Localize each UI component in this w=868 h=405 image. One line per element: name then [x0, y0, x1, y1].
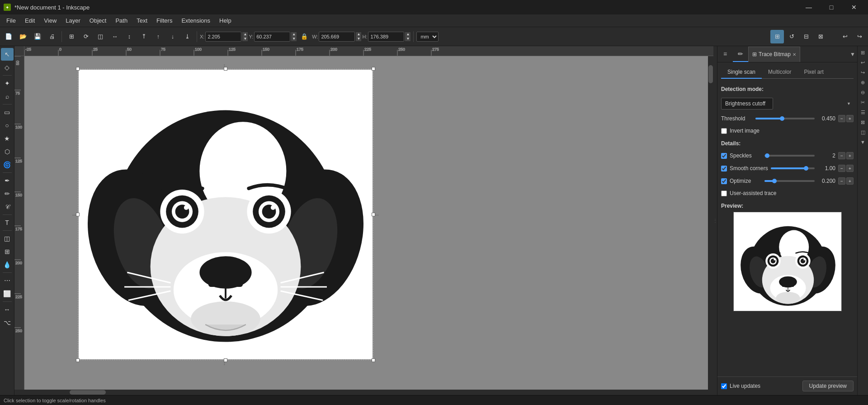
- connector-tool[interactable]: ⌥: [1, 316, 14, 329]
- y-input[interactable]: [254, 32, 290, 42]
- speckles-plus[interactable]: +: [846, 152, 854, 159]
- invert-checkbox[interactable]: [721, 128, 727, 134]
- threshold-thumb[interactable]: [780, 116, 784, 121]
- new-button[interactable]: 📄: [2, 30, 15, 43]
- maximize-button[interactable]: □: [821, 0, 842, 14]
- x-stepper[interactable]: ▲ ▼: [242, 32, 248, 41]
- transform-button[interactable]: ⟳: [79, 30, 93, 43]
- right-icon-5[interactable]: ⊖: [859, 88, 868, 97]
- scale-btn[interactable]: ⊟: [799, 30, 813, 43]
- circle-tool[interactable]: ○: [1, 119, 14, 132]
- raise-button[interactable]: ↑: [151, 30, 165, 43]
- flip-v-button[interactable]: ↕: [123, 30, 136, 43]
- spiral-tool[interactable]: 🌀: [1, 158, 14, 171]
- x-up[interactable]: ▲: [242, 32, 248, 37]
- smooth-corners-plus[interactable]: +: [846, 165, 854, 172]
- right-icon-4[interactable]: ⊕: [859, 78, 868, 87]
- speckles-label[interactable]: Speckles: [730, 152, 752, 159]
- y-stepper[interactable]: ▲ ▼: [291, 32, 297, 41]
- trace-bitmap-close[interactable]: ✕: [793, 52, 796, 57]
- menu-help[interactable]: Help: [215, 15, 236, 26]
- panel-icon-properties[interactable]: ✏: [733, 47, 748, 62]
- unit-select[interactable]: mm px cm in: [416, 32, 439, 42]
- live-updates-label[interactable]: Live updates: [730, 383, 760, 389]
- w-stepper[interactable]: ▲ ▼: [356, 32, 361, 41]
- text-tool[interactable]: T: [1, 216, 14, 229]
- x-input[interactable]: [205, 32, 241, 42]
- right-icon-9[interactable]: ◫: [859, 128, 868, 137]
- optimize-plus[interactable]: +: [846, 177, 854, 185]
- w-up[interactable]: ▲: [356, 32, 361, 37]
- move-btn[interactable]: ⊠: [814, 30, 827, 43]
- w-down[interactable]: ▼: [356, 37, 361, 41]
- menu-edit[interactable]: Edit: [20, 15, 39, 26]
- right-icon-8[interactable]: ⊠: [859, 118, 868, 127]
- measure-tool[interactable]: ↔: [1, 303, 14, 316]
- right-icon-7[interactable]: ☰: [859, 108, 868, 117]
- window-controls[interactable]: — □ ✕: [798, 0, 864, 14]
- gradient-tool[interactable]: ◫: [1, 232, 14, 245]
- tweak-tool[interactable]: ✦: [1, 77, 14, 90]
- single-scan-tab[interactable]: Single scan: [721, 66, 762, 79]
- speckles-thumb[interactable]: [765, 153, 769, 158]
- close-button[interactable]: ✕: [844, 0, 864, 14]
- pixel-art-tab[interactable]: Pixel art: [797, 66, 830, 79]
- to-bottom-button[interactable]: ⤓: [180, 30, 194, 43]
- select-tool-btn[interactable]: ⊞: [770, 30, 784, 43]
- vscroll-thumb[interactable]: [708, 65, 713, 83]
- live-updates-checkbox[interactable]: [721, 383, 727, 389]
- detection-select[interactable]: Brightness cutoff Edge detection Color q…: [721, 98, 773, 110]
- optimize-checkbox[interactable]: [721, 178, 727, 184]
- speckles-minus[interactable]: −: [838, 152, 845, 159]
- trace-bitmap-tab[interactable]: ⊞ Trace Bitmap ✕: [748, 47, 800, 62]
- panel-dropdown[interactable]: ▼: [848, 47, 857, 62]
- menu-view[interactable]: View: [39, 15, 61, 26]
- vertical-scrollbar[interactable]: [708, 56, 713, 390]
- w-input[interactable]: [319, 32, 355, 42]
- menu-layer[interactable]: Layer: [61, 15, 85, 26]
- optimize-thumb[interactable]: [772, 179, 777, 183]
- rect-tool[interactable]: ▭: [1, 106, 14, 119]
- lock-aspect-button[interactable]: 🔒: [297, 30, 311, 43]
- user-assisted-checkbox[interactable]: [721, 191, 727, 196]
- eraser-tool[interactable]: ⬜: [1, 287, 14, 300]
- threshold-slider[interactable]: [755, 118, 815, 119]
- threshold-plus[interactable]: +: [846, 115, 854, 122]
- canvas[interactable]: ↕ ↕ ↔ ↔: [24, 56, 708, 390]
- update-preview-button[interactable]: Update preview: [802, 381, 854, 391]
- h-stepper[interactable]: ▲ ▼: [405, 32, 410, 41]
- user-assisted-label[interactable]: User-assisted trace: [730, 190, 776, 196]
- horizontal-scrollbar[interactable]: [24, 390, 713, 395]
- speckles-slider[interactable]: [764, 155, 815, 157]
- lower-button[interactable]: ↓: [166, 30, 179, 43]
- multicolor-tab[interactable]: Multicolor: [762, 66, 797, 79]
- undo-btn[interactable]: ↩: [838, 30, 852, 43]
- 3d-box-tool[interactable]: ⬡: [1, 145, 14, 158]
- right-icon-6[interactable]: ✂: [859, 98, 868, 107]
- optimize-label[interactable]: Optimize: [730, 178, 751, 184]
- smooth-corners-minus[interactable]: −: [838, 165, 845, 172]
- right-icon-3[interactable]: ↪: [859, 68, 868, 77]
- optimize-slider[interactable]: [764, 180, 815, 182]
- select-tool[interactable]: ↖: [1, 48, 14, 61]
- node-tool[interactable]: ◇: [1, 61, 14, 74]
- to-top-button[interactable]: ⤒: [137, 30, 151, 43]
- hscroll-thumb[interactable]: [70, 390, 106, 395]
- threshold-minus[interactable]: −: [838, 115, 845, 122]
- menu-extensions[interactable]: Extensions: [177, 15, 215, 26]
- rotate-btn[interactable]: ↺: [785, 30, 798, 43]
- y-down[interactable]: ▼: [291, 37, 297, 41]
- smooth-corners-checkbox[interactable]: [721, 166, 727, 172]
- right-icon-1[interactable]: ⊞: [859, 48, 868, 57]
- print-button[interactable]: 🖨: [45, 30, 59, 43]
- open-button[interactable]: 📂: [16, 30, 30, 43]
- y-up[interactable]: ▲: [291, 32, 297, 37]
- select-same-button[interactable]: ⊞: [65, 30, 78, 43]
- panel-icon-xml[interactable]: ≡: [717, 47, 733, 62]
- mesh-tool[interactable]: ⊞: [1, 245, 14, 258]
- flip-h-button[interactable]: ↔: [108, 30, 122, 43]
- panel-splitter[interactable]: ⋮: [713, 46, 717, 395]
- star-tool[interactable]: ★: [1, 132, 14, 145]
- save-button[interactable]: 💾: [31, 30, 44, 43]
- redo-btn[interactable]: ↪: [853, 30, 866, 43]
